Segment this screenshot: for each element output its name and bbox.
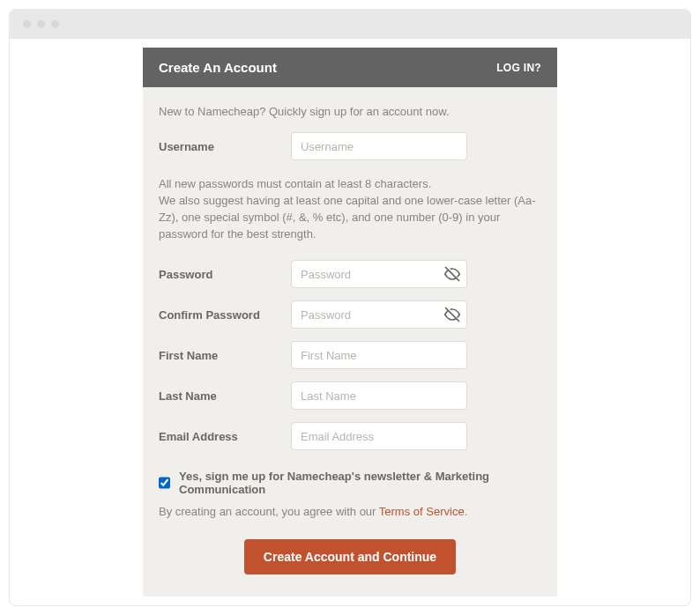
- terms-of-service-link[interactable]: Terms of Service: [379, 505, 465, 518]
- submit-row: Create Account and Continue: [159, 539, 541, 574]
- window-dot: [37, 20, 45, 28]
- window-dot: [23, 20, 31, 28]
- newsletter-row: Yes, sign me up for Namecheap's newslett…: [159, 470, 541, 496]
- last-name-row: Last Name: [159, 382, 541, 410]
- email-input[interactable]: [291, 422, 467, 450]
- intro-text: New to Namecheap? Quickly sign up for an…: [159, 105, 541, 118]
- first-name-label: First Name: [159, 349, 291, 362]
- browser-viewport: Create An Account LOG IN? New to Nameche…: [9, 39, 691, 606]
- newsletter-checkbox[interactable]: [159, 477, 170, 489]
- username-row: Username: [159, 132, 541, 160]
- login-link[interactable]: LOG IN?: [496, 62, 541, 74]
- browser-title-bar: [9, 9, 691, 39]
- panel-body: New to Namecheap? Quickly sign up for an…: [143, 87, 557, 596]
- email-label: Email Address: [159, 430, 291, 443]
- eye-off-icon[interactable]: [444, 266, 460, 282]
- panel-title: Create An Account: [159, 60, 277, 75]
- last-name-input[interactable]: [291, 382, 467, 410]
- password-hint-line1: All new passwords must contain at least …: [159, 176, 541, 193]
- create-account-button[interactable]: Create Account and Continue: [244, 539, 456, 574]
- signup-panel: Create An Account LOG IN? New to Nameche…: [143, 48, 557, 596]
- terms-prefix: By creating an account, you agree with o…: [159, 505, 379, 518]
- confirm-password-label: Confirm Password: [159, 308, 291, 322]
- terms-text: By creating an account, you agree with o…: [159, 505, 541, 518]
- confirm-password-input[interactable]: [291, 300, 467, 329]
- email-row: Email Address: [159, 422, 541, 450]
- first-name-input[interactable]: [291, 341, 467, 369]
- password-hint: All new passwords must contain at least …: [159, 176, 541, 242]
- last-name-label: Last Name: [159, 389, 291, 403]
- first-name-row: First Name: [159, 341, 541, 369]
- username-input[interactable]: [291, 132, 467, 160]
- panel-header: Create An Account LOG IN?: [143, 48, 557, 87]
- password-label: Password: [159, 268, 291, 281]
- eye-off-icon[interactable]: [444, 307, 460, 322]
- newsletter-label: Yes, sign me up for Namecheap's newslett…: [179, 470, 541, 496]
- password-hint-line2: We also suggest having at least one capi…: [159, 193, 541, 243]
- password-row: Password: [159, 260, 541, 288]
- terms-suffix: .: [465, 505, 468, 518]
- username-label: Username: [159, 140, 291, 153]
- password-input[interactable]: [291, 260, 467, 288]
- window-dot: [51, 20, 59, 28]
- confirm-password-row: Confirm Password: [159, 300, 541, 329]
